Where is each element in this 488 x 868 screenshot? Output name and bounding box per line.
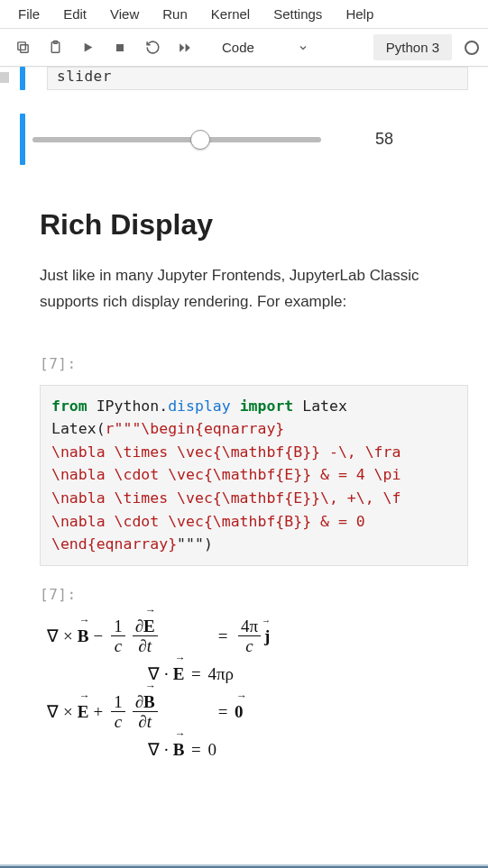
input-prompt: [7]: <box>40 355 468 372</box>
menu-help[interactable]: Help <box>335 3 384 25</box>
notebook-area: slider 58 Rich Display Just like in many… <box>0 67 488 864</box>
menubar: File Edit View Run Kernel Settings Help <box>0 0 488 29</box>
menu-view[interactable]: View <box>99 3 150 25</box>
menu-kernel[interactable]: Kernel <box>200 3 261 25</box>
menu-settings[interactable]: Settings <box>262 3 333 25</box>
slider-thumb[interactable] <box>190 130 210 150</box>
chevron-down-icon <box>298 42 308 53</box>
cell-marker <box>20 67 25 90</box>
equation-row: ∇·B = 0 <box>47 741 468 758</box>
menu-run[interactable]: Run <box>152 3 198 25</box>
svg-rect-0 <box>20 45 28 53</box>
restart-icon[interactable] <box>139 34 166 61</box>
kernel-status-idle-icon <box>465 41 479 55</box>
run-icon[interactable] <box>74 34 101 61</box>
rich-display-heading: Rich Display <box>40 208 468 242</box>
kernel-name[interactable]: Python 3 <box>373 34 452 60</box>
svg-rect-4 <box>116 44 124 51</box>
peek-code-text: slider <box>47 67 468 90</box>
toolbar: Code Python 3 <box>0 29 488 67</box>
celltype-select[interactable]: Code <box>213 40 318 55</box>
latex-output: ∇×B − 1c ∂E∂t = 4πcj ∇·E = 4πρ ∇×E + 1c … <box>40 617 468 758</box>
output-prompt: [7]: <box>40 586 468 603</box>
code-editor[interactable]: from IPython.display import Latex Latex(… <box>40 385 468 566</box>
equation-row: ∇·E = 4πρ <box>47 665 468 682</box>
svg-rect-1 <box>17 42 24 50</box>
menu-edit[interactable]: Edit <box>52 3 97 25</box>
markdown-cell[interactable]: Rich Display Just like in many Jupyter F… <box>0 181 488 324</box>
rich-display-paragraph: Just like in many Jupyter Frontends, Jup… <box>40 263 468 315</box>
previous-code-cell[interactable]: slider <box>0 67 488 90</box>
slider-output-cell: 58 <box>0 114 488 165</box>
menu-file[interactable]: File <box>7 3 51 25</box>
copy-icon[interactable] <box>9 34 36 61</box>
celltype-label: Code <box>222 40 254 55</box>
slider-value: 58 <box>375 130 393 149</box>
equation-row: ∇×E + 1c ∂B∂t = 0 <box>47 693 468 730</box>
paste-icon[interactable] <box>41 34 69 61</box>
output-cell: [7]: ∇×B − 1c ∂E∂t = 4πcj ∇·E = 4πρ ∇×E … <box>0 586 488 758</box>
slider-widget[interactable] <box>32 137 321 142</box>
fast-forward-icon[interactable] <box>171 34 198 61</box>
stop-icon[interactable] <box>106 34 134 61</box>
code-cell[interactable]: [7]: from IPython.display import Latex L… <box>0 355 488 566</box>
cell-marker <box>20 114 25 165</box>
equation-row: ∇×B − 1c ∂E∂t = 4πcj <box>47 617 468 654</box>
